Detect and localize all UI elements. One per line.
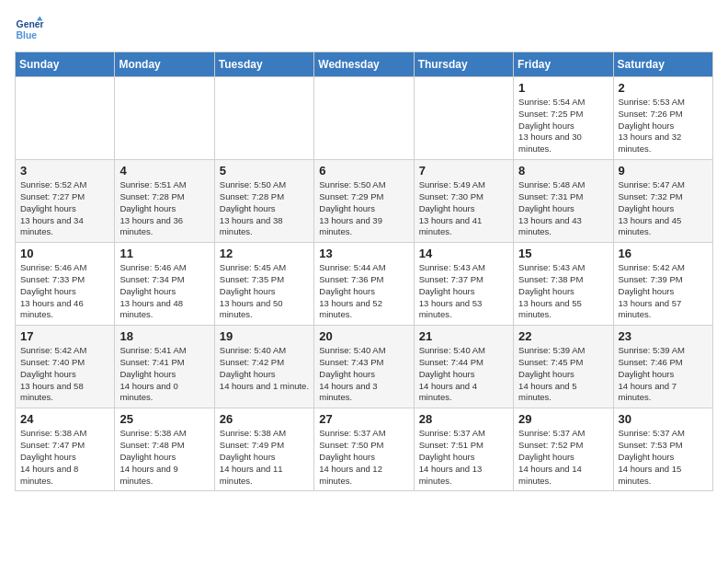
cell-daylight-label: Daylight hours <box>119 452 209 464</box>
calendar-cell: 19Sunrise: 5:40 AMSunset: 7:42 PMDayligh… <box>214 326 313 408</box>
calendar-cell: 10Sunrise: 5:46 AMSunset: 7:33 PMDayligh… <box>16 243 115 326</box>
cell-daylight-label: Daylight hours <box>518 452 608 464</box>
cell-daylight-value: 13 hours and 50 minutes. <box>220 298 309 322</box>
cell-daylight-label: Daylight hours <box>619 121 708 132</box>
cell-daylight-label: Daylight hours <box>220 452 309 464</box>
weekday-header: Tuesday <box>214 52 313 77</box>
day-number: 7 <box>419 164 508 178</box>
day-number: 9 <box>619 164 708 178</box>
weekday-header: Monday <box>115 52 214 77</box>
cell-daylight-label: Daylight hours <box>220 286 309 298</box>
cell-daylight-label: Daylight hours <box>119 286 209 298</box>
cell-sunset: Sunset: 7:45 PM <box>518 357 608 369</box>
cell-daylight-value: 13 hours and 32 minutes. <box>619 132 708 155</box>
cell-daylight-value: 14 hours and 0 minutes. <box>119 381 209 405</box>
cell-sunrise: Sunrise: 5:43 AM <box>419 262 508 274</box>
cell-sunrise: Sunrise: 5:42 AM <box>619 262 708 274</box>
calendar-week-row: 10Sunrise: 5:46 AMSunset: 7:33 PMDayligh… <box>16 243 713 326</box>
cell-sunset: Sunset: 7:43 PM <box>319 357 408 369</box>
cell-sunrise: Sunrise: 5:41 AM <box>119 345 209 357</box>
cell-sunrise: Sunrise: 5:50 AM <box>319 179 408 191</box>
weekday-header: Saturday <box>613 52 712 77</box>
cell-daylight-value: 13 hours and 38 minutes. <box>220 215 309 239</box>
calendar-cell: 23Sunrise: 5:39 AMSunset: 7:46 PMDayligh… <box>613 326 712 408</box>
cell-daylight-value: 14 hours and 13 minutes. <box>419 464 508 488</box>
cell-daylight-value: 13 hours and 55 minutes. <box>518 298 608 322</box>
cell-sunset: Sunset: 7:30 PM <box>419 191 508 203</box>
cell-daylight-label: Daylight hours <box>119 369 209 381</box>
weekday-header: Thursday <box>414 52 513 77</box>
calendar-week-row: 24Sunrise: 5:38 AMSunset: 7:47 PMDayligh… <box>16 408 713 491</box>
day-number: 4 <box>119 164 209 178</box>
cell-sunset: Sunset: 7:40 PM <box>20 357 109 369</box>
cell-sunrise: Sunrise: 5:42 AM <box>20 345 109 357</box>
cell-daylight-label: Daylight hours <box>419 286 508 298</box>
day-number: 23 <box>619 329 708 343</box>
cell-sunrise: Sunrise: 5:37 AM <box>419 428 508 440</box>
cell-daylight-label: Daylight hours <box>20 452 109 464</box>
day-number: 8 <box>518 164 608 178</box>
cell-sunrise: Sunrise: 5:43 AM <box>518 262 608 274</box>
cell-sunrise: Sunrise: 5:37 AM <box>518 428 608 440</box>
cell-sunset: Sunset: 7:28 PM <box>119 191 209 203</box>
svg-marker-2 <box>37 17 42 21</box>
weekday-header-row: SundayMondayTuesdayWednesdayThursdayFrid… <box>16 52 713 77</box>
day-number: 15 <box>518 247 608 260</box>
day-number: 10 <box>20 247 109 260</box>
calendar-table: SundayMondayTuesdayWednesdayThursdayFrid… <box>15 52 713 491</box>
cell-sunset: Sunset: 7:35 PM <box>220 274 309 286</box>
page-header: General Blue <box>15 15 713 44</box>
cell-sunset: Sunset: 7:32 PM <box>619 191 708 203</box>
calendar-cell: 9Sunrise: 5:47 AMSunset: 7:32 PMDaylight… <box>613 160 712 243</box>
calendar-cell: 8Sunrise: 5:48 AMSunset: 7:31 PMDaylight… <box>514 160 613 243</box>
cell-sunrise: Sunrise: 5:40 AM <box>319 345 408 357</box>
cell-daylight-label: Daylight hours <box>419 452 508 464</box>
cell-sunrise: Sunrise: 5:40 AM <box>419 345 508 357</box>
cell-daylight-value: 13 hours and 45 minutes. <box>619 215 708 239</box>
cell-sunrise: Sunrise: 5:50 AM <box>220 179 309 191</box>
calendar-cell: 14Sunrise: 5:43 AMSunset: 7:37 PMDayligh… <box>414 243 513 326</box>
calendar-week-row: 1Sunrise: 5:54 AMSunset: 7:25 PMDaylight… <box>16 77 713 160</box>
calendar-cell: 27Sunrise: 5:37 AMSunset: 7:50 PMDayligh… <box>314 408 414 491</box>
cell-daylight-label: Daylight hours <box>518 286 608 298</box>
calendar-cell: 6Sunrise: 5:50 AMSunset: 7:29 PMDaylight… <box>314 160 414 243</box>
cell-sunrise: Sunrise: 5:52 AM <box>20 179 109 191</box>
cell-daylight-value: 14 hours and 12 minutes. <box>319 464 408 488</box>
calendar-cell <box>115 77 214 160</box>
cell-daylight-label: Daylight hours <box>319 286 408 298</box>
cell-sunrise: Sunrise: 5:54 AM <box>518 97 608 109</box>
calendar-cell: 5Sunrise: 5:50 AMSunset: 7:28 PMDaylight… <box>214 160 313 243</box>
day-number: 29 <box>518 412 608 426</box>
cell-daylight-label: Daylight hours <box>319 452 408 464</box>
cell-sunset: Sunset: 7:39 PM <box>619 274 708 286</box>
logo-icon: General Blue <box>15 15 44 44</box>
cell-daylight-value: 14 hours and 14 minutes. <box>518 464 608 488</box>
calendar-week-row: 3Sunrise: 5:52 AMSunset: 7:27 PMDaylight… <box>16 160 713 243</box>
cell-daylight-value: 14 hours and 8 minutes. <box>20 464 109 488</box>
cell-daylight-value: 13 hours and 46 minutes. <box>20 298 109 322</box>
calendar-cell: 2Sunrise: 5:53 AMSunset: 7:26 PMDaylight… <box>613 77 712 160</box>
calendar-cell: 3Sunrise: 5:52 AMSunset: 7:27 PMDaylight… <box>16 160 115 243</box>
cell-daylight-label: Daylight hours <box>220 369 309 381</box>
cell-sunset: Sunset: 7:38 PM <box>518 274 608 286</box>
cell-sunrise: Sunrise: 5:51 AM <box>119 179 209 191</box>
cell-daylight-value: 14 hours and 4 minutes. <box>419 381 508 405</box>
day-number: 12 <box>220 247 309 260</box>
cell-daylight-label: Daylight hours <box>518 121 608 132</box>
day-number: 30 <box>619 412 708 426</box>
cell-sunrise: Sunrise: 5:37 AM <box>619 428 708 440</box>
cell-sunrise: Sunrise: 5:45 AM <box>220 262 309 274</box>
cell-sunrise: Sunrise: 5:37 AM <box>319 428 408 440</box>
cell-daylight-value: 14 hours and 5 minutes. <box>518 381 608 405</box>
calendar-cell: 12Sunrise: 5:45 AMSunset: 7:35 PMDayligh… <box>214 243 313 326</box>
cell-daylight-label: Daylight hours <box>619 286 708 298</box>
cell-sunset: Sunset: 7:34 PM <box>119 274 209 286</box>
calendar-cell: 25Sunrise: 5:38 AMSunset: 7:48 PMDayligh… <box>115 408 214 491</box>
cell-daylight-label: Daylight hours <box>20 369 109 381</box>
calendar-cell: 26Sunrise: 5:38 AMSunset: 7:49 PMDayligh… <box>214 408 313 491</box>
day-number: 28 <box>419 412 508 426</box>
cell-sunset: Sunset: 7:51 PM <box>419 440 508 452</box>
cell-daylight-value: 13 hours and 30 minutes. <box>518 132 608 155</box>
cell-daylight-label: Daylight hours <box>419 369 508 381</box>
day-number: 17 <box>20 329 109 343</box>
